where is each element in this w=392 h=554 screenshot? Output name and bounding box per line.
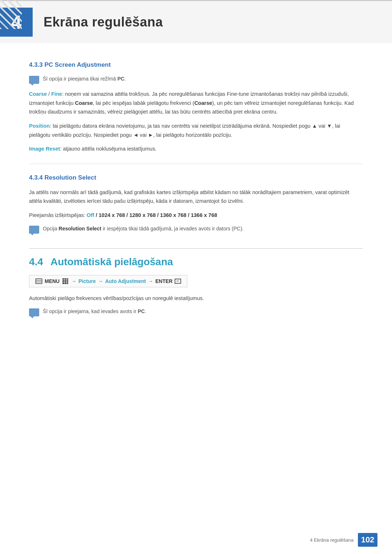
footer-page: 102 [358, 533, 377, 547]
section-44-title: Automātiskā pielāgošana [50, 256, 173, 268]
main-content: 4.3.3 PC Screen Adjustment Šī opcija ir … [0, 43, 392, 337]
note-icon-3 [29, 308, 39, 316]
term-coarse-paren: Coarse [194, 100, 212, 106]
section-44-header: 4.4 Automātiskā pielāgošana [29, 256, 363, 268]
arrow-3: → [148, 278, 153, 284]
chapter-header: 4 Ekrāna regulēšana [0, 0, 392, 43]
svg-rect-1 [36, 279, 41, 280]
section-433: 4.3.3 PC Screen Adjustment Šī opcija ir … [29, 61, 363, 153]
term-image-reset: Image Reset [29, 146, 60, 152]
term-coarse-bold: Coarse [75, 100, 93, 106]
note-text-3: Šī opcija ir pieejama, kad ievades avots… [43, 308, 146, 315]
section-44-number: 4.4 [29, 256, 43, 268]
divider-1 [29, 164, 363, 164]
term-position: Position [29, 123, 50, 129]
footer: 4 Ekrāna regulēšana 102 [310, 533, 377, 547]
note-text-1: Šī opcija ir pieejama tikai režīmā PC. [43, 75, 126, 83]
note-pc-bold: PC [117, 76, 124, 82]
note-box-3: Šī opcija ir pieejama, kad ievades avots… [29, 308, 363, 316]
note-icon-1 [29, 76, 39, 84]
arrow-1: → [71, 278, 76, 284]
para-resolution-options: Pieejamās izšķirtspējas: Off / 1024 x 76… [29, 211, 363, 220]
note-text-2: Opcija Resolution Select ir iespējota ti… [43, 225, 244, 233]
menu-picture: Picture [78, 278, 95, 284]
term-resolution-select: Resolution Select [59, 226, 101, 231]
para-image-reset: Image Reset: atjauno attēla noklusējuma … [29, 144, 363, 153]
menu-auto: Auto Adjustment [105, 278, 146, 284]
para-auto-adj: Automātiski pielāgo frekvences vērtības/… [29, 294, 363, 303]
note-pc-bold-2: PC [138, 308, 144, 314]
term-fine: Fine [51, 91, 62, 97]
option-resolutions: / 1024 x 768 / 1280 x 768 / 1360 x 768 /… [94, 212, 217, 218]
note-icon-2 [29, 226, 39, 234]
footer-text: 4 Ekrāna regulēšana [310, 537, 354, 543]
note-box-2: Opcija Resolution Select ir iespējota ti… [29, 225, 363, 234]
option-off: Off [87, 212, 94, 218]
menu-enter: ENTER [155, 278, 172, 284]
arrow-2: → [98, 278, 103, 284]
para-coarse-fine: Coarse / Fine: noņem vai samazina attēla… [29, 90, 363, 116]
menu-icon [35, 278, 42, 284]
para-position: Position: lai pielāgotu datora ekrāna no… [29, 122, 363, 139]
section-433-heading: 4.3.3 PC Screen Adjustment [29, 61, 363, 69]
section-44: 4.4 Automātiskā pielāgošana MENU [29, 248, 363, 317]
note-box-1: Šī opcija ir pieejama tikai režīmā PC. [29, 75, 363, 84]
svg-rect-2 [36, 281, 41, 282]
grid-icon [62, 278, 68, 284]
term-coarse: Coarse [29, 91, 47, 97]
stripe-decoration [0, 0, 22, 29]
section-434: 4.3.4 Resolution Select Ja attēls nav no… [29, 174, 363, 234]
svg-rect-3 [36, 282, 41, 283]
para-resolution-1: Ja attēls nav normāls arī tādā gadījumā,… [29, 188, 363, 206]
menu-label: MENU [45, 278, 60, 284]
enter-icon: ↵ [175, 279, 181, 284]
section-434-heading: 4.3.4 Resolution Select [29, 174, 363, 181]
menu-path-box: MENU → Picture → Auto Adjustment → ENTER… [29, 275, 187, 287]
chapter-title: Ekrāna regulēšana [44, 15, 163, 30]
